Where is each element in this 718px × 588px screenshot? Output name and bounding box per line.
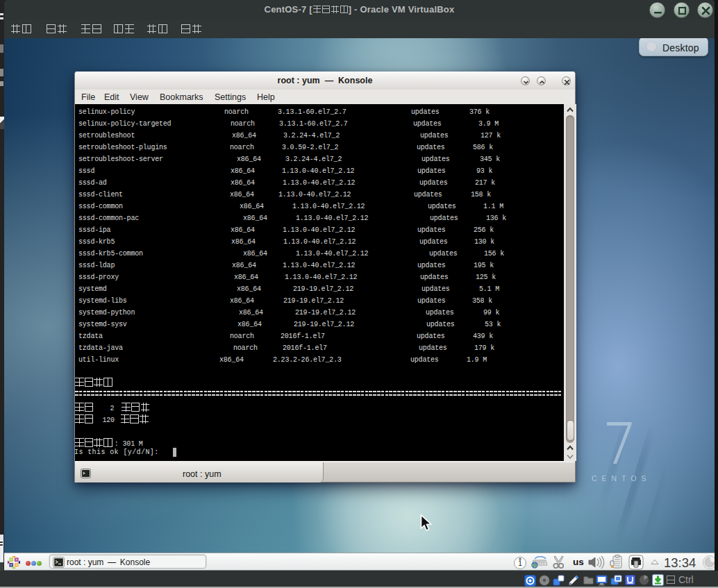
- svg-text:1: 1: [518, 560, 522, 567]
